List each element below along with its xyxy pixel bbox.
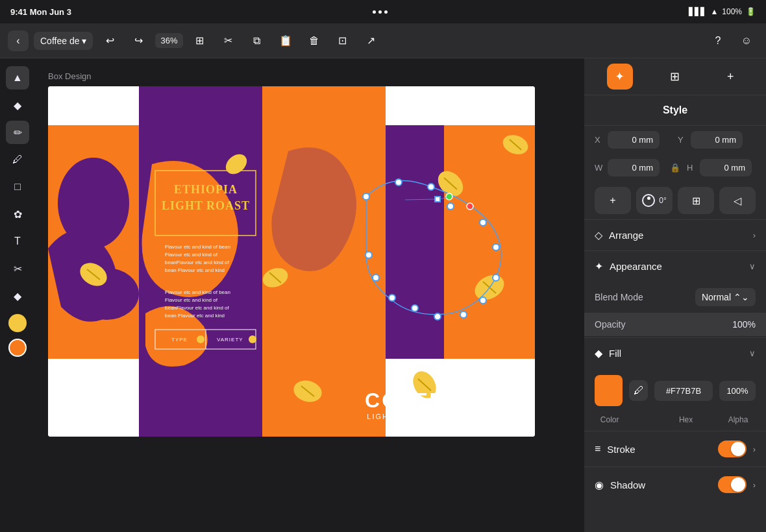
redo-button[interactable]: ↪ [127,29,150,53]
canvas-area[interactable]: Box Design [35,58,584,532]
blend-chevron-icon: ⌃⌄ [734,292,749,302]
main-area: ▲ ◆ ✏ 🖊 □ ✿ T ✂ ◆ Box Design [0,58,766,532]
fill-color-swatch[interactable] [595,375,623,406]
rotation-knob [642,194,655,207]
appearance-label: Appearance [610,261,749,272]
svg-point-51 [480,219,486,226]
svg-point-50 [467,203,473,210]
status-bar: 9:41 Mon Jun 3 ▋▋▋ ▲ 100% 🔋 [0,0,766,23]
fill-tool[interactable]: ◆ [6,284,29,308]
select-tool[interactable]: ▲ [6,66,29,90]
stroke-toggle[interactable] [718,441,747,457]
flip-h-button[interactable]: ⊞ [678,187,714,214]
alpha-input[interactable] [719,381,756,401]
battery-label: 100% [722,7,742,16]
tools-panel: ▲ ◆ ✏ 🖊 □ ✿ T ✂ ◆ [0,58,35,532]
mask-button[interactable]: ⊡ [331,29,354,53]
opacity-value: 100% [732,319,756,330]
delete-button[interactable]: 🗑 [303,29,326,53]
blend-mode-selector[interactable]: Normal ⌃⌄ [695,288,756,306]
svg-point-49 [447,203,454,210]
copy-button[interactable]: ⧉ [245,29,269,53]
node-tool[interactable]: ◆ [6,93,29,117]
stroke-section: ≡ Stroke › [584,431,766,466]
svg-rect-5 [444,125,535,359]
toolbar: ‹ Coffee de ▾ ↩ ↪ 36% ⊞ ✂ ⧉ 📋 🗑 ⊡ ↗ ? ☺ [0,23,766,58]
h-input[interactable] [700,159,752,176]
y-label: Y [678,135,687,145]
svg-text:COFFEEK: COFFEEK [365,389,478,412]
scissors-tool[interactable]: ✂ [6,257,29,280]
plus-icon: + [610,195,615,206]
svg-text:beanFlavour etc and kind of: beanFlavour etc and kind of [165,305,230,311]
w-field: W [595,159,663,176]
status-icons: ▋▋▋ ▲ 100% 🔋 [689,7,756,16]
transform-row: + 0° ⊞ ◁ [584,182,766,219]
hex-input[interactable] [654,381,713,401]
signal-icon: ▋▋▋ [689,7,706,16]
svg-point-43 [249,335,256,343]
y-input[interactable] [691,131,743,149]
tab-add[interactable]: + [717,64,743,90]
y-field: Y [678,131,756,149]
appearance-header[interactable]: ✦ Appearance ∨ [584,251,766,282]
canvas-frame[interactable]: ETHIOPIA LIGHT ROAST Flavour etc and kin… [48,86,535,437]
stroke-row[interactable]: ≡ Stroke › [584,431,766,466]
arrange-section[interactable]: ◇ Arrange › [584,219,766,250]
x-input[interactable] [608,131,660,149]
svg-point-54 [480,297,486,304]
color-swatch-yellow[interactable] [8,314,27,332]
panel-title: Style [584,95,766,126]
help-button[interactable]: ? [706,29,730,53]
wifi-icon: ▲ [710,7,718,16]
rotation-control[interactable]: 0° [636,187,673,214]
back-button[interactable]: ‹ [8,30,29,51]
canvas-label: Box Design [48,71,91,81]
color-swatch-orange[interactable] [8,339,27,357]
shadow-row[interactable]: ◉ Shadow › [584,467,766,502]
fill-chevron: ∨ [749,348,756,358]
pen-tool[interactable]: ✏ [6,121,29,144]
export-button[interactable]: ↗ [360,29,383,53]
shadow-toggle[interactable] [718,476,747,493]
w-input[interactable] [608,159,660,176]
shadow-section: ◉ Shadow › [584,466,766,502]
blend-mode-value: Normal [702,292,731,302]
cut-button[interactable]: ✂ [217,29,240,53]
add-transform-button[interactable]: + [595,187,631,214]
undo-button[interactable]: ↩ [98,29,121,53]
blend-mode-label: Blend Mode [595,292,695,302]
flip-v-button[interactable]: ◁ [719,187,756,214]
right-panel: ✦ ⊞ + Style X Y W 🔒 H [584,58,766,532]
text-tool[interactable]: T [6,230,29,253]
svg-point-58 [389,295,395,301]
svg-text:bean Flavour etc and kind: bean Flavour etc and kind [165,313,225,319]
appearance-chevron: ∨ [749,261,756,271]
tab-style[interactable]: ✦ [607,64,633,90]
shape-tool[interactable]: □ [6,175,29,199]
lock-icon[interactable]: 🔒 [669,162,682,175]
paste-button[interactable]: 📋 [274,29,297,53]
h-label: H [687,163,696,173]
w-label: W [595,163,604,173]
shadow-label: Shadow [610,479,718,490]
svg-text:ETHIOPIA: ETHIOPIA [174,183,238,196]
zoom-badge[interactable]: 36% [155,33,182,48]
svg-rect-61 [435,197,440,202]
pencil-tool[interactable]: 🖊 [6,148,29,171]
node2-tool[interactable]: ✿ [6,202,29,226]
more-button[interactable]: ☺ [735,29,758,53]
svg-rect-6 [139,86,262,125]
doc-title[interactable]: Coffee de ▾ [34,32,93,50]
svg-point-48 [428,184,434,190]
eyedropper-button[interactable]: 🖊 [629,380,648,401]
fill-icon: ◆ [595,347,602,359]
arrange-chevron: › [753,230,756,240]
tab-layers[interactable]: ⊞ [662,64,688,90]
resize-button[interactable]: ⊞ [188,29,212,53]
fill-header[interactable]: ◆ Fill ∨ [584,338,766,369]
panel-tabs: ✦ ⊞ + [584,58,766,95]
toolbar-right: ? ☺ [706,29,758,53]
opacity-row: Opacity 100% [584,313,766,336]
svg-text:bean Flavour etc and kind: bean Flavour etc and kind [165,267,225,273]
